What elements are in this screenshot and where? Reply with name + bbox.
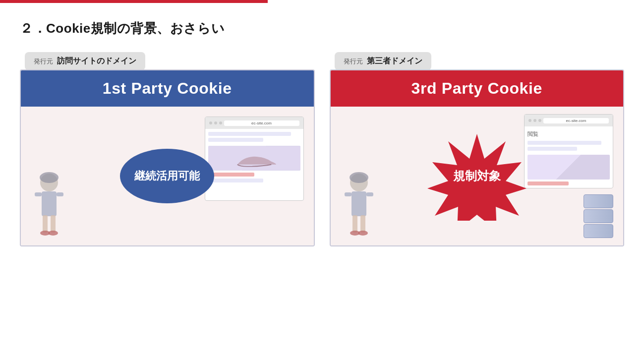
content-img-3rd (527, 155, 610, 180)
content-line-3rd-1 (527, 141, 601, 145)
svg-rect-12 (351, 191, 366, 216)
card-1st-header: 1st Party Cookie (21, 70, 314, 107)
svg-rect-16 (366, 192, 373, 196)
card-3rd: 3rd Party Cookie (330, 69, 625, 246)
browser-mock-1st: ec-site.com (205, 117, 304, 201)
svg-rect-5 (35, 192, 42, 196)
svg-point-8 (48, 231, 58, 236)
browser-bar-3rd: ec-site.com (525, 115, 613, 126)
svg-rect-6 (57, 192, 63, 196)
shoe-svg (208, 146, 300, 171)
card-3rd-header: 3rd Party Cookie (331, 70, 624, 107)
issuer-prefix-3rd: 発行元 (344, 57, 363, 66)
issuer-prefix-1st: 発行元 (34, 57, 53, 66)
svg-rect-15 (345, 192, 351, 196)
browser-content-3rd: 閲覧 (525, 126, 613, 188)
browser-bar-1st: ec-site.com (205, 117, 303, 129)
svg-rect-2 (42, 191, 57, 216)
browser-dot-2 (214, 121, 217, 124)
person-svg-3rd (341, 172, 378, 236)
drum-2 (584, 209, 613, 223)
card-3rd-body: ec-site.com 閲覧 (331, 107, 624, 245)
svg-point-1 (40, 172, 59, 183)
content-line-3rd-red (527, 181, 569, 185)
content-line-3 (208, 179, 264, 182)
page-container: ２．Cookie規制の背景、おさらい 発行元 訪問サイトのドメイン 1st Pa… (0, 0, 644, 361)
card-1st: 1st Party Cookie (20, 69, 315, 246)
content-line-2 (208, 138, 264, 142)
browser-url-3rd: ec-site.com (543, 118, 609, 123)
oval-badge-text: 継続活用可能 (134, 169, 200, 183)
drum-1 (584, 194, 613, 208)
browser-dot-1 (209, 121, 212, 124)
issuer-label-3rd: 発行元 第三者ドメイン (335, 52, 431, 70)
content-img-1st (208, 146, 300, 171)
starburst-text: 規制対象 (453, 168, 501, 184)
section-title: ２．Cookie規制の背景、おさらい (20, 20, 624, 37)
browser-mock-3rd: ec-site.com 閲覧 (524, 114, 613, 188)
content-line-red (208, 173, 254, 177)
browser-label-3rd: 閲覧 (527, 129, 610, 139)
top-accent-bar (0, 0, 268, 3)
svg-point-11 (350, 172, 368, 183)
oval-badge-1st: 継続活用可能 (120, 149, 214, 203)
svg-rect-14 (360, 215, 365, 233)
content-line-1 (208, 132, 291, 136)
card-1st-body: ec-site.com (21, 107, 314, 245)
cards-container: 発行元 訪問サイトのドメイン 1st Party Cookie (20, 52, 624, 246)
svg-rect-3 (43, 215, 48, 233)
issuer-value-1st: 訪問サイトのドメイン (57, 56, 136, 66)
drum-stack (584, 194, 613, 238)
browser-dot-3rd-3 (538, 119, 541, 122)
card-1st-wrapper: 発行元 訪問サイトのドメイン 1st Party Cookie (20, 52, 315, 246)
browser-dot-3 (219, 121, 222, 124)
browser-content-1st (205, 129, 303, 185)
browser-dot-3rd-1 (528, 119, 531, 122)
browser-dot-3rd-2 (533, 119, 536, 122)
card-3rd-wrapper: 発行元 第三者ドメイン 3rd Party Cookie (330, 52, 625, 246)
person-svg-1st (31, 172, 68, 236)
issuer-value-3rd: 第三者ドメイン (367, 56, 422, 66)
svg-point-18 (358, 231, 368, 236)
person-illustration-3rd (341, 172, 378, 238)
card-1st-title: 1st Party Cookie (103, 79, 232, 97)
card-3rd-title: 3rd Party Cookie (411, 79, 542, 97)
issuer-label-1st: 発行元 訪問サイトのドメイン (25, 52, 145, 70)
svg-rect-4 (51, 215, 56, 233)
content-line-3rd-2 (527, 147, 577, 151)
svg-rect-13 (352, 215, 357, 233)
person-illustration-1st (31, 172, 68, 238)
starburst-container: 規制対象 (422, 131, 531, 221)
browser-url-1st: ec-site.com (224, 120, 299, 126)
drum-3 (584, 224, 613, 238)
